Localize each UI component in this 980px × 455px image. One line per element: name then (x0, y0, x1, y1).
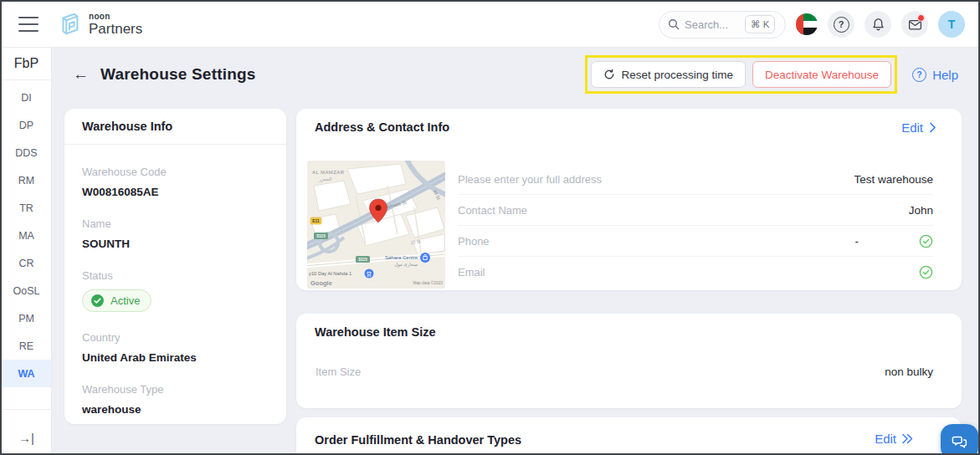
phone-verified-icon (919, 234, 933, 248)
question-icon: ? (834, 17, 849, 33)
user-avatar[interactable]: T (938, 11, 965, 38)
noon-partners-logo[interactable]: noon Partners (57, 10, 142, 38)
chat-support-button[interactable] (941, 424, 978, 453)
notifications-button[interactable] (865, 11, 891, 38)
status-check-icon (90, 294, 105, 308)
sidebar-divider (2, 409, 51, 410)
map-poi-mall-ar: صحارى مول (394, 262, 418, 268)
map-badge-s115-2: S115 (358, 258, 367, 262)
address-row-email: Email (458, 257, 933, 288)
map-cart-icon (365, 269, 374, 279)
sidebar-item-dp[interactable]: DP (2, 111, 51, 139)
item-size-value: non bulky (885, 366, 933, 378)
sidebar-item-pm[interactable]: PM (2, 304, 51, 332)
page-title: Warehouse Settings (100, 65, 256, 84)
country-label: Country (82, 331, 269, 344)
address-row-full-address: Please enter your full address Test ware… (458, 164, 933, 195)
sidebar-item-di[interactable]: DI (2, 84, 51, 111)
address-edit-label: Edit (901, 120, 923, 135)
topbar: noon Partners ⌘ K ? (2, 2, 978, 48)
map-badge-s115: S115 (316, 234, 326, 238)
search-input[interactable] (685, 18, 740, 31)
sidebar: FbP DI DP DDS RM TR MA CR OoSL PM RE WA … (2, 48, 52, 453)
help-button[interactable]: ? (828, 11, 854, 38)
sidebar-item-re[interactable]: RE (2, 332, 51, 360)
sidebar-item-rm[interactable]: RM (2, 166, 51, 194)
warehouse-type-value: warehouse (82, 403, 269, 416)
chat-bubbles-icon (951, 433, 968, 450)
address-contact-card: Address & Contact Info Edit (296, 109, 962, 290)
phone-value: - (855, 235, 859, 248)
brand-partners-label: Partners (89, 22, 142, 36)
email-verified-icon (919, 265, 933, 279)
reset-button-label: Reset processing time (622, 69, 734, 81)
sidebar-item-oosl[interactable]: OoSL (2, 277, 51, 304)
status-label: Status (82, 269, 269, 282)
map-attribution: Map data ©2023 (413, 280, 443, 285)
map-poi-left: y10 Day Al Nahda 1 (309, 271, 351, 276)
google-logo: Google (310, 279, 332, 287)
help-link[interactable]: ? Help (912, 68, 958, 82)
map-preview[interactable]: E11 S115 S115 AL MAMZAR الممزر Gemata St… (307, 161, 445, 289)
warehouse-type-label: Warehouse Type (82, 383, 269, 396)
messages-button[interactable] (901, 11, 928, 38)
deactivate-button-label: Deactivate Warehouse (765, 69, 879, 81)
noon-partners-logo-icon (57, 10, 82, 38)
annotation-highlight-box: Reset processing time Deactivate Warehou… (585, 55, 898, 94)
chevron-double-icon (901, 433, 913, 444)
brand-noon-label: noon (89, 13, 142, 21)
country-value: United Arab Emirates (82, 351, 269, 364)
address-edit-link[interactable]: Edit (901, 120, 936, 135)
refresh-icon (603, 69, 615, 80)
map-area-label: AL MAMZAR (312, 170, 345, 175)
search-box[interactable]: ⌘ K (659, 11, 786, 38)
order-fulfillment-title: Order Fulfillment & Handover Types (315, 433, 521, 447)
search-icon (668, 18, 680, 30)
country-flag-icon[interactable] (796, 13, 818, 35)
sidebar-collapse-button[interactable]: →| (2, 431, 51, 445)
bell-icon (871, 18, 885, 32)
full-address-value: Test warehouse (854, 173, 933, 186)
sidebar-item-tr[interactable]: TR (2, 194, 51, 222)
email-label: Email (458, 266, 859, 279)
order-edit-label: Edit (875, 432, 896, 446)
status-value: Active (110, 294, 140, 307)
main-content: ← Warehouse Settings Reset processing ti… (52, 48, 978, 453)
item-size-card-title: Warehouse Item Size (315, 325, 436, 339)
warehouse-info-card: Warehouse Info Warehouse Code W00816085A… (64, 109, 286, 424)
address-card-title: Address & Contact Info (315, 120, 449, 134)
phone-label: Phone (458, 235, 855, 248)
warehouse-name-label: Name (82, 217, 269, 230)
menu-icon (18, 17, 38, 18)
warehouse-name-value: SOUNTH (82, 238, 269, 250)
contact-name-value: John (909, 204, 933, 217)
sidebar-item-dds[interactable]: DDS (2, 139, 51, 166)
full-address-label: Please enter your full address (458, 173, 854, 186)
sidebar-item-wa[interactable]: WA (2, 360, 51, 387)
order-fulfillment-card: Order Fulfillment & Handover Types Edit (296, 417, 962, 453)
item-size-label: Item Size (316, 366, 885, 378)
order-edit-link[interactable]: Edit (875, 432, 913, 446)
page-header: ← Warehouse Settings Reset processing ti… (73, 54, 958, 95)
warehouse-code-label: Warehouse Code (82, 166, 269, 178)
warehouse-settings-page: noon Partners ⌘ K ? (0, 0, 980, 455)
sidebar-item-cr[interactable]: CR (2, 249, 51, 277)
help-question-icon: ? (912, 68, 926, 82)
chevron-right-icon (929, 122, 936, 133)
map-badge-e11: E11 (312, 218, 320, 223)
status-badge: Active (82, 289, 151, 312)
deactivate-warehouse-button[interactable]: Deactivate Warehouse (752, 61, 891, 88)
warehouse-info-title: Warehouse Info (64, 109, 286, 145)
warehouse-code-value: W00816085AE (82, 186, 269, 198)
contact-name-label: Contact Name (458, 204, 909, 217)
map-mall-icon (420, 253, 430, 263)
map-poi-mall: Sahara Centre (385, 255, 418, 260)
item-size-card: Warehouse Item Size Item Size non bulky (296, 314, 962, 408)
sidebar-item-ma[interactable]: MA (2, 222, 51, 249)
hamburger-menu-button[interactable] (18, 17, 38, 32)
address-row-phone: Phone - (458, 226, 933, 257)
reset-processing-time-button[interactable]: Reset processing time (591, 61, 747, 88)
back-button[interactable]: ← (73, 65, 89, 84)
keyboard-shortcut-badge: ⌘ K (745, 15, 775, 33)
sidebar-header-fbp[interactable]: FbP (2, 48, 51, 80)
